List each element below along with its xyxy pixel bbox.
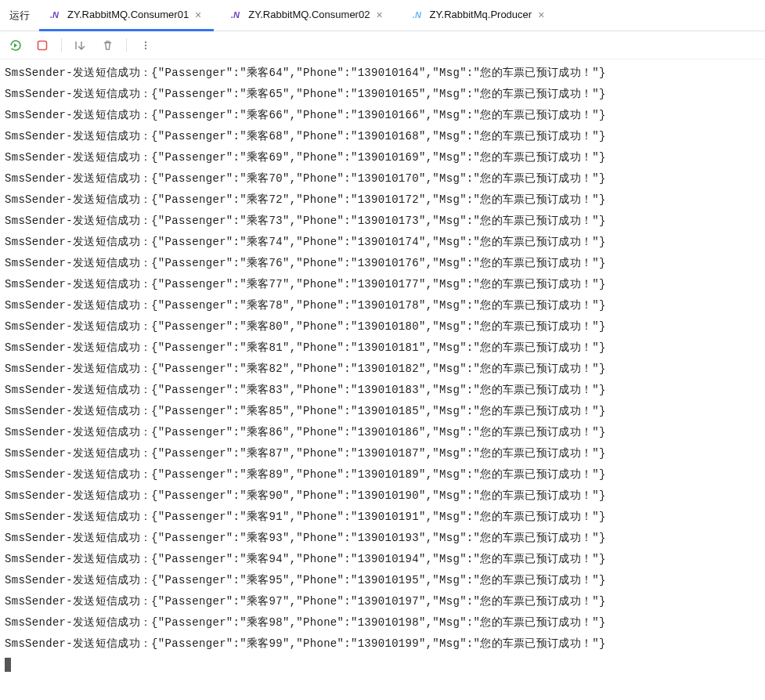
close-icon[interactable]: ×: [536, 9, 546, 20]
svg-text:.N: .N: [231, 10, 240, 20]
svg-point-5: [145, 44, 146, 45]
stop-button[interactable]: [34, 38, 50, 53]
console-line: SmsSender-发送短信成功：{"Passenger":"乘客77","Ph…: [5, 274, 760, 295]
console-line: SmsSender-发送短信成功：{"Passenger":"乘客86","Ph…: [5, 422, 760, 443]
svg-rect-3: [38, 41, 47, 49]
scroll-to-end-button[interactable]: [73, 38, 88, 53]
console-line: SmsSender-发送短信成功：{"Passenger":"乘客74","Ph…: [5, 232, 760, 253]
console-line: SmsSender-发送短信成功：{"Passenger":"乘客64","Ph…: [5, 63, 760, 84]
clear-button[interactable]: [99, 38, 115, 53]
console-line: SmsSender-发送短信成功：{"Passenger":"乘客89","Ph…: [5, 464, 760, 485]
svg-text:.N: .N: [413, 10, 422, 20]
console-line: SmsSender-发送短信成功：{"Passenger":"乘客95","Ph…: [5, 570, 760, 591]
console-line: SmsSender-发送短信成功：{"Passenger":"乘客72","Ph…: [5, 189, 760, 211]
separator: [61, 38, 62, 52]
console-line: SmsSender-发送短信成功：{"Passenger":"乘客80","Ph…: [5, 316, 760, 337]
svg-text:.N: .N: [50, 10, 60, 20]
console-line: SmsSender-发送短信成功：{"Passenger":"乘客90","Ph…: [5, 485, 760, 507]
svg-point-4: [145, 41, 146, 42]
console-line: SmsSender-发送短信成功：{"Passenger":"乘客99","Ph…: [5, 633, 760, 655]
console-line: SmsSender-发送短信成功：{"Passenger":"乘客93","Ph…: [5, 528, 760, 549]
console-line: SmsSender-发送短信成功：{"Passenger":"乘客81","Ph…: [5, 337, 760, 359]
console-toolbar: [0, 31, 765, 60]
console-line: SmsSender-发送短信成功：{"Passenger":"乘客91","Ph…: [5, 507, 760, 528]
console-line: SmsSender-发送短信成功：{"Passenger":"乘客82","Ph…: [5, 359, 760, 380]
svg-point-6: [145, 47, 146, 49]
tab-label: ZY.RabbitMq.Producer: [430, 9, 532, 20]
console-line: SmsSender-发送短信成功：{"Passenger":"乘客97","Ph…: [5, 591, 760, 612]
tab-producer[interactable]: .N ZY.RabbitMq.Producer ×: [402, 0, 558, 31]
console-line: SmsSender-发送短信成功：{"Passenger":"乘客87","Ph…: [5, 443, 760, 464]
close-icon[interactable]: ×: [193, 9, 203, 20]
console-line: SmsSender-发送短信成功：{"Passenger":"乘客73","Ph…: [5, 211, 760, 232]
console-line: SmsSender-发送短信成功：{"Passenger":"乘客78","Ph…: [5, 295, 760, 316]
console-line: SmsSender-发送短信成功：{"Passenger":"乘客94","Ph…: [5, 549, 760, 570]
console-line: SmsSender-发送短信成功：{"Passenger":"乘客65","Ph…: [5, 84, 760, 105]
console-line: SmsSender-发送短信成功：{"Passenger":"乘客98","Ph…: [5, 612, 760, 633]
dotnet-icon: .N: [231, 9, 244, 21]
run-header: 运行 .N ZY.RabbitMQ.Consumer01 × .N ZY.Rab…: [0, 0, 765, 31]
console-line: SmsSender-发送短信成功：{"Passenger":"乘客66","Ph…: [5, 105, 760, 126]
separator: [126, 38, 127, 52]
console-line: SmsSender-发送短信成功：{"Passenger":"乘客83","Ph…: [5, 380, 760, 401]
console-line: SmsSender-发送短信成功：{"Passenger":"乘客69","Ph…: [5, 147, 760, 168]
console-line: SmsSender-发送短信成功：{"Passenger":"乘客85","Ph…: [5, 401, 760, 422]
tab-label: ZY.RabbitMQ.Consumer01: [67, 9, 189, 20]
more-button[interactable]: [138, 38, 153, 53]
console-line: SmsSender-发送短信成功：{"Passenger":"乘客70","Ph…: [5, 168, 760, 189]
dotnet-icon: .N: [413, 9, 425, 21]
console-line: SmsSender-发送短信成功：{"Passenger":"乘客68","Ph…: [5, 126, 760, 147]
tab-consumer02[interactable]: .N ZY.RabbitMQ.Consumer02 ×: [220, 0, 395, 31]
tab-consumer01[interactable]: .N ZY.RabbitMQ.Consumer01 ×: [39, 0, 214, 31]
cursor: [5, 658, 11, 672]
dotnet-icon: .N: [50, 9, 63, 21]
close-icon[interactable]: ×: [374, 9, 384, 20]
console-output[interactable]: SmsSender-发送短信成功：{"Passenger":"乘客64","Ph…: [0, 60, 765, 682]
rerun-button[interactable]: [8, 38, 23, 53]
tab-label: ZY.RabbitMQ.Consumer02: [248, 9, 370, 20]
console-line: SmsSender-发送短信成功：{"Passenger":"乘客76","Ph…: [5, 253, 760, 274]
run-label: 运行: [9, 9, 30, 23]
